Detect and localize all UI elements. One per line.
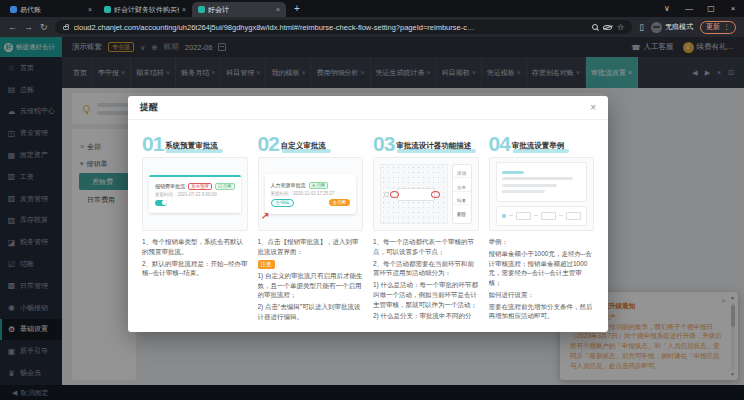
tab-close-icon[interactable]: × — [276, 6, 280, 13]
context-menu-item: 活动 — [453, 170, 471, 178]
url-box[interactable]: cloud2.chanjet.com/accounting/uh26t264j5… — [55, 20, 633, 34]
browser-tab-title: 好会计财务软件购买价格及… — [114, 5, 179, 15]
minimize-icon[interactable]: — — [678, 0, 700, 16]
tab-search-icon[interactable]: ∨ — [656, 0, 678, 16]
site-favicon-icon — [198, 6, 205, 13]
forward-icon[interactable]: → — [24, 22, 33, 32]
browser-tab-title: 好会计 — [208, 5, 273, 15]
tab-close-icon[interactable]: × — [88, 6, 92, 13]
flow-card-updated: 更新时间：2021-07-23 9:00:00 — [155, 192, 235, 197]
step-3: 03 审批流设计器功能描述 — [373, 128, 479, 321]
reminder-modal: 提醒 × 01 系统预置审批流 报销费审批流 系统预置 — [128, 96, 608, 332]
side-panel-icon[interactable]: ▯ — [639, 22, 644, 32]
enable-toggle — [155, 200, 167, 206]
flow-card-updated: 更新时间：2020-11-02 17:25:27 — [271, 191, 351, 196]
red-arrow-icon: ↗ — [260, 210, 269, 222]
update-label[interactable]: 更新 — [706, 22, 720, 32]
step-2-text: 1、点击【报销审批流】，进入到审批流设置界面： 注意 1) 自定义的审批流只有启… — [258, 237, 364, 321]
enable-button: 去启用 — [329, 199, 351, 206]
modal-title: 提醒 — [140, 101, 158, 114]
eye-blocked-icon[interactable] — [603, 25, 612, 30]
back-icon[interactable]: ← — [8, 22, 17, 32]
step-line: 1、每一个活动都代表一个审核的节点，可以设置多个节点； — [373, 237, 479, 257]
step-title: 系统预置审批流 — [165, 141, 218, 153]
highlight-circle — [390, 191, 399, 198]
step-4-header: 04 审批流设置举例 — [489, 128, 595, 153]
step-number: 02 — [258, 134, 279, 153]
url-text[interactable]: cloud2.chanjet.com/accounting/uh26t264j5… — [74, 23, 587, 32]
incognito-badge: 无痕模式 — [651, 22, 693, 33]
activity-node — [397, 188, 435, 201]
step-line: 2、默认的审批流程是：开始--经办审核--会计审核--结束。 — [142, 259, 248, 279]
notice-chip: 注意 — [258, 260, 275, 269]
browser-tabstrip: 易代账 × 好会计财务软件购买价格及… × 好会计 × + ∨ — ▢ — [0, 0, 744, 17]
reload-icon[interactable]: ↻ — [40, 22, 48, 32]
flow-designer-canvas — [380, 164, 448, 224]
step-4: 04 审批流设置举例 — [489, 128, 595, 321]
step-1-text: 1、每个报销单类型，系统会有默认的预置审批流。2、默认的审批流程是：开始--经办… — [142, 237, 248, 321]
step-number: 04 — [489, 134, 510, 153]
step-2: 02 自定义审批流 人力资源审批流 未启用 更新时间：2020-11-02 17… — [258, 128, 364, 321]
step-line: 举例： — [489, 237, 595, 247]
update-button[interactable]: 更新 ⋮ — [700, 21, 736, 34]
step-3-text: 1、每一个活动都代表一个审核的节点，可以设置多个节点；2、每个活动都需要在当前环… — [373, 237, 479, 321]
flow-card-title: 报销费审批流 — [155, 183, 185, 189]
step-2-screenshot: 人力资源审批流 未启用 更新时间：2020-11-02 17:25:27 去编辑… — [258, 157, 364, 231]
incognito-label: 无痕模式 — [665, 22, 693, 32]
browser-tab[interactable]: 好会计财务软件购买价格及… × — [98, 2, 192, 17]
modal-body: 01 系统预置审批流 报销费审批流 系统预置 已启用 更新时间：2021-07-… — [128, 120, 608, 329]
window-controls: ∨ — ▢ × — [656, 0, 744, 16]
settings-form-mock — [496, 162, 588, 202]
browser-tab[interactable]: 易代账 × — [4, 2, 98, 17]
step-number: 01 — [142, 134, 163, 153]
new-tab-button[interactable]: + — [294, 1, 300, 16]
browser-tab-title: 易代账 — [20, 5, 85, 15]
tab-close-icon[interactable]: × — [182, 6, 186, 13]
step-line: 2、每个活动都需要在当前环节和前置环节运用加活动细分为： — [373, 259, 479, 279]
step-title: 自定义审批流 — [281, 141, 326, 153]
step-2-header: 02 自定义审批流 — [258, 128, 364, 153]
maximize-icon[interactable]: ▢ — [700, 0, 722, 16]
preset-tag: 系统预置 — [188, 183, 212, 190]
step-line: 1) 自定义的审批流只有启用后才能生效，且一个单据类型只能有一个启用的审批流程； — [258, 271, 364, 300]
step-number: 03 — [373, 134, 394, 153]
address-bar: ← → ↻ cloud2.chanjet.com/accounting/uh26… — [0, 17, 744, 37]
site-favicon-icon — [10, 6, 17, 13]
edit-button: 去编辑 — [271, 199, 295, 207]
zoom-icon[interactable] — [592, 24, 598, 30]
step-3-screenshot: 活动分支结束删除 — [373, 157, 479, 231]
step-3-header: 03 审批流设计器功能描述 — [373, 128, 479, 153]
step-line: 报销单金额小于1000元，走经办--会计审核流程；报销单金额超过1000元，需要… — [489, 249, 595, 288]
browser-tab[interactable]: 好会计 × — [192, 2, 286, 17]
browser-tabs: 易代账 × 好会计财务软件购买价格及… × 好会计 × — [0, 0, 286, 17]
context-menu-item: 删除 — [453, 211, 471, 218]
step-line: 需要在流程前先增加分支条件，然后再增加相应活动即可。 — [489, 302, 595, 322]
start-node — [384, 192, 389, 197]
bookmark-star-icon[interactable]: ☆ — [617, 22, 625, 32]
flow-card-title: 人力资源审批流 — [271, 182, 306, 188]
step-4-screenshot — [489, 157, 595, 231]
incognito-icon — [651, 22, 662, 33]
modal-close-icon[interactable]: × — [590, 102, 596, 113]
step-line: 如何进行设置： — [489, 290, 595, 300]
step-line: 2) 什么是分支：审批流中不同的分支，例如报销单金额1000元以内是一个审批流程… — [373, 311, 479, 321]
lock-icon — [63, 26, 69, 30]
enabled-tag: 已启用 — [215, 183, 235, 190]
step-1-header: 01 系统预置审批流 — [142, 128, 248, 153]
disabled-tag: 未启用 — [309, 182, 329, 189]
app-window: 好 畅捷通好会计 ⌂ 首页 ▤ 总账 ☁ — [0, 37, 744, 400]
step-4-text: 举例：报销单金额小于1000元，走经办--会计审核流程；报销单金额超过1000元… — [489, 237, 595, 321]
site-favicon-icon — [104, 6, 111, 13]
step-1: 01 系统预置审批流 报销费审批流 系统预置 已启用 更新时间：2021-07-… — [142, 128, 248, 321]
step-line: 1、点击【报销审批流】，进入到审批流设置界面： — [258, 237, 364, 257]
context-menu-item: 分支 — [453, 184, 471, 192]
preset-flow-card: 报销费审批流 系统预置 已启用 更新时间：2021-07-23 9:00:00 — [149, 175, 241, 213]
step-line: 1、每个报销单类型，系统会有默认的预置审批流。 — [142, 237, 248, 257]
modal-header: 提醒 × — [128, 96, 608, 120]
context-menu-item: 结束 — [453, 197, 471, 205]
step-title: 审批流设计器功能描述 — [396, 141, 471, 153]
kebab-menu-icon[interactable]: ⋮ — [723, 23, 730, 31]
window-close-icon[interactable]: × — [722, 0, 744, 16]
step-1-screenshot: 报销费审批流 系统预置 已启用 更新时间：2021-07-23 9:00:00 — [142, 157, 248, 231]
custom-flow-card: 人力资源审批流 未启用 更新时间：2020-11-02 17:25:27 去编辑… — [265, 174, 357, 214]
